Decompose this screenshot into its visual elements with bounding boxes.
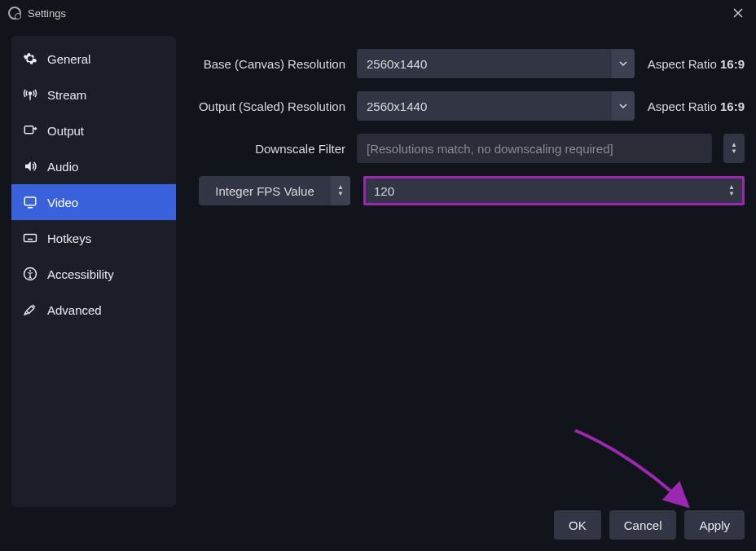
fps-value-stepper[interactable]: ▲ ▼ (721, 179, 742, 203)
antenna-icon (23, 87, 37, 102)
sidebar-item-label: Accessibility (47, 267, 114, 281)
chevron-down-icon[interactable]: ▼ (728, 191, 735, 197)
monitor-icon (23, 195, 37, 209)
sidebar-item-audio[interactable]: Audio (11, 148, 176, 184)
fps-value-input[interactable] (366, 179, 721, 203)
window-title: Settings (28, 7, 66, 20)
keyboard-icon (23, 231, 37, 245)
sidebar-item-output[interactable]: Output (11, 112, 176, 148)
sidebar-item-advanced[interactable]: Advanced (11, 292, 176, 328)
sidebar-item-accessibility[interactable]: Accessibility (11, 256, 176, 292)
downscale-filter-label: Downscale Filter (196, 142, 350, 156)
sidebar: General Stream Output Audio Video (11, 36, 176, 507)
output-aspect-ratio: Aspect Ratio 16:9 (641, 99, 745, 113)
fps-value-highlight: ▲ ▼ (363, 176, 745, 205)
gear-icon (23, 51, 37, 66)
chevron-down-icon[interactable] (612, 49, 635, 78)
sidebar-item-general[interactable]: General (11, 41, 176, 77)
settings-panel: Base (Canvas) Resolution 2560x1440 Aspec… (196, 36, 745, 507)
close-button[interactable] (728, 3, 748, 23)
output-icon (23, 123, 37, 138)
sidebar-item-label: Stream (47, 88, 86, 102)
output-resolution-combo[interactable]: 2560x1440 (357, 91, 635, 121)
tools-icon (23, 302, 37, 317)
sidebar-item-label: Audio (47, 160, 78, 174)
base-aspect-ratio: Aspect Ratio 16:9 (641, 57, 745, 71)
fps-type-stepper[interactable]: ▲ ▼ (331, 176, 350, 205)
apply-button[interactable]: Apply (684, 510, 745, 540)
accessibility-icon (23, 267, 37, 281)
fps-type-select[interactable]: Integer FPS Value (199, 176, 331, 205)
chevron-down-icon[interactable] (612, 91, 635, 121)
base-resolution-combo[interactable]: 2560x1440 (357, 49, 635, 78)
chevron-down-icon[interactable]: ▼ (731, 148, 737, 155)
base-resolution-label: Base (Canvas) Resolution (196, 57, 350, 71)
sidebar-item-video[interactable]: Video (11, 184, 176, 220)
obs-icon (8, 7, 21, 20)
output-resolution-value[interactable]: 2560x1440 (357, 91, 612, 121)
footer-buttons: OK Cancel Apply (554, 510, 745, 540)
sidebar-item-label: Output (47, 124, 84, 138)
sidebar-item-label: Video (47, 196, 78, 209)
svg-point-0 (29, 92, 32, 95)
downscale-filter-stepper[interactable]: ▲ ▼ (723, 134, 745, 163)
ok-button[interactable]: OK (554, 510, 601, 540)
chevron-down-icon[interactable]: ▼ (337, 191, 344, 197)
sidebar-item-label: Hotkeys (47, 231, 91, 245)
cancel-button[interactable]: Cancel (609, 510, 677, 540)
sidebar-item-stream[interactable]: Stream (11, 77, 176, 112)
base-resolution-value[interactable]: 2560x1440 (357, 49, 612, 78)
sidebar-item-hotkeys[interactable]: Hotkeys (11, 220, 176, 256)
titlebar: Settings (0, 0, 756, 26)
downscale-filter-value: [Resolutions match, no downscaling requi… (357, 134, 712, 163)
svg-rect-3 (24, 197, 36, 205)
svg-rect-2 (24, 126, 33, 134)
sidebar-item-label: Advanced (47, 303, 102, 317)
speaker-icon (23, 159, 37, 174)
output-resolution-label: Output (Scaled) Resolution (196, 99, 350, 113)
sidebar-item-label: General (47, 52, 90, 66)
svg-point-12 (29, 270, 31, 271)
svg-rect-5 (24, 235, 37, 242)
